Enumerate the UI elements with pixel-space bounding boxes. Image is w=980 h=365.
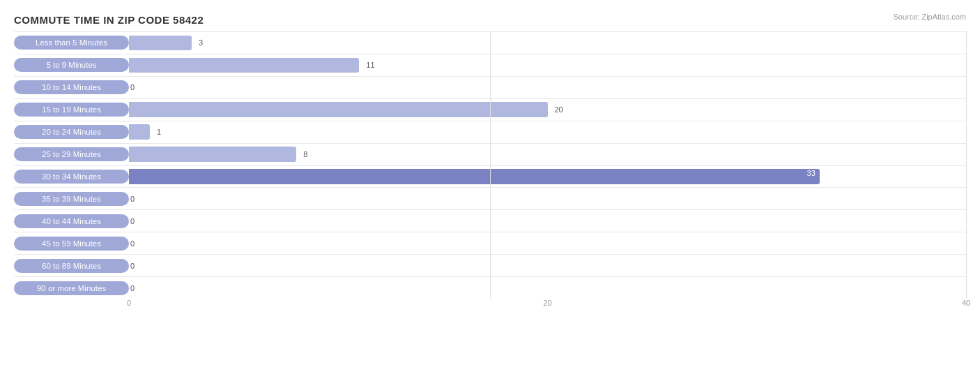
bar-value: 0 xyxy=(130,83,135,91)
bar-row: 20 to 24 Minutes1 xyxy=(14,121,966,143)
bar-label: 90 or more Minutes xyxy=(14,281,129,295)
bar-fill: 33 xyxy=(129,169,820,184)
bar-label: 60 to 89 Minutes xyxy=(14,259,129,273)
bar-track: 11 xyxy=(129,54,966,76)
bar-track: 1 xyxy=(129,121,966,143)
bar-row: 90 or more Minutes0 xyxy=(14,276,966,299)
bar-row: 45 to 59 Minutes0 xyxy=(14,232,966,254)
bar-value: 20 xyxy=(552,105,563,114)
bar-track: 20 xyxy=(129,99,966,121)
bar-fill xyxy=(129,36,192,51)
chart-area: Less than 5 Minutes35 to 9 Minutes1110 t… xyxy=(14,31,966,320)
bar-row: 40 to 44 Minutes0 xyxy=(14,209,966,232)
bar-row: Less than 5 Minutes3 xyxy=(14,31,966,54)
x-axis: 02040 xyxy=(129,299,966,320)
bar-row: 60 to 89 Minutes0 xyxy=(14,254,966,276)
bar-label: 10 to 14 Minutes xyxy=(14,80,129,94)
bar-label: 35 to 39 Minutes xyxy=(14,192,129,206)
bar-value: 0 xyxy=(130,239,135,248)
bar-value: 0 xyxy=(130,195,135,203)
bar-value: 3 xyxy=(196,38,203,47)
bar-row: 10 to 14 Minutes0 xyxy=(14,76,966,98)
bar-row: 35 to 39 Minutes0 xyxy=(14,187,966,209)
bar-track: 33 xyxy=(129,166,966,188)
x-tick: 20 xyxy=(543,299,551,307)
bar-label: 15 to 19 Minutes xyxy=(14,103,129,117)
x-tick: 0 xyxy=(127,299,131,307)
bar-row: 25 to 29 Minutes8 xyxy=(14,143,966,165)
bar-fill xyxy=(129,102,548,117)
bar-row: 30 to 34 Minutes33 xyxy=(14,165,966,188)
bar-track: 0 xyxy=(129,77,966,98)
source-label: Source: ZipAtlas.com xyxy=(893,13,966,21)
chart-container: COMMUTE TIME IN ZIP CODE 58422 Source: Z… xyxy=(0,0,980,365)
bar-fill xyxy=(129,147,296,162)
bar-label: 45 to 59 Minutes xyxy=(14,237,129,251)
bar-track: 0 xyxy=(129,188,966,209)
bar-row: 5 to 9 Minutes11 xyxy=(14,54,966,76)
bar-value: 33 xyxy=(807,169,816,177)
x-tick: 40 xyxy=(962,299,970,307)
bar-fill xyxy=(129,58,359,73)
bar-rows: Less than 5 Minutes35 to 9 Minutes1110 t… xyxy=(14,31,966,299)
bar-label: 5 to 9 Minutes xyxy=(14,58,129,72)
bar-track: 0 xyxy=(129,232,966,254)
bar-label: 20 to 24 Minutes xyxy=(14,125,129,139)
bar-fill xyxy=(129,124,150,140)
bar-value: 11 xyxy=(363,61,374,69)
bar-value: 0 xyxy=(130,262,135,270)
bar-row: 15 to 19 Minutes20 xyxy=(14,98,966,121)
bar-track: 8 xyxy=(129,144,966,165)
bar-track: 0 xyxy=(129,255,966,276)
bar-value: 8 xyxy=(300,150,307,158)
bar-value: 0 xyxy=(130,217,135,225)
bar-label: 40 to 44 Minutes xyxy=(14,214,129,228)
gridline xyxy=(966,31,967,299)
bar-track: 0 xyxy=(129,210,966,232)
bar-value: 0 xyxy=(130,284,135,292)
bar-label: 30 to 34 Minutes xyxy=(14,170,129,184)
bar-track: 0 xyxy=(129,277,966,299)
bar-track: 3 xyxy=(129,32,966,54)
chart-title: COMMUTE TIME IN ZIP CODE 58422 xyxy=(14,14,966,26)
bar-label: 25 to 29 Minutes xyxy=(14,147,129,161)
bar-label: Less than 5 Minutes xyxy=(14,36,129,50)
bar-value: 1 xyxy=(154,128,161,136)
